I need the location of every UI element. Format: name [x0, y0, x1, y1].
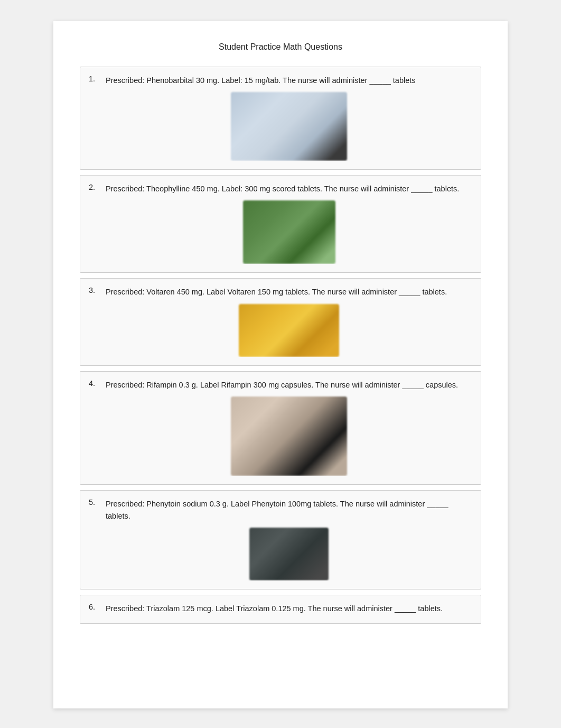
questions-container: 1.Prescribed: Phenobarbital 30 mg. Label…	[80, 67, 481, 624]
question-content-6: Prescribed: Triazolam 125 mcg. Label Tri…	[106, 603, 472, 615]
question-content-5: Prescribed: Phenytoin sodium 0.3 g. Labe…	[106, 498, 472, 580]
question-number-3: 3.	[89, 286, 100, 294]
question-text-1: Prescribed: Phenobarbital 30 mg. Label: …	[106, 75, 472, 87]
question-number-6: 6.	[89, 603, 100, 611]
question-number-1: 1.	[89, 75, 100, 83]
question-content-4: Prescribed: Rifampin 0.3 g. Label Rifamp…	[106, 379, 472, 476]
question-text-5: Prescribed: Phenytoin sodium 0.3 g. Labe…	[106, 498, 472, 522]
question-block-3: 3.Prescribed: Voltaren 450 mg. Label Vol…	[80, 278, 481, 365]
medication-image-4	[231, 397, 347, 476]
question-block-4: 4.Prescribed: Rifampin 0.3 g. Label Rifa…	[80, 371, 481, 485]
page-container: Student Practice Math Questions 1.Prescr…	[53, 21, 508, 708]
medication-image-1	[231, 92, 347, 161]
question-text-2: Prescribed: Theophylline 450 mg. Label: …	[106, 183, 472, 195]
question-text-4: Prescribed: Rifampin 0.3 g. Label Rifamp…	[106, 379, 472, 391]
question-block-6: 6.Prescribed: Triazolam 125 mcg. Label T…	[80, 595, 481, 624]
medication-image-5	[249, 528, 329, 580]
image-container-4	[106, 397, 472, 476]
question-text-6: Prescribed: Triazolam 125 mcg. Label Tri…	[106, 603, 472, 615]
question-number-5: 5.	[89, 498, 100, 506]
question-block-5: 5.Prescribed: Phenytoin sodium 0.3 g. La…	[80, 490, 481, 589]
question-content-2: Prescribed: Theophylline 450 mg. Label: …	[106, 183, 472, 264]
image-container-5	[106, 528, 472, 580]
image-container-3	[106, 304, 472, 357]
question-number-2: 2.	[89, 183, 100, 191]
medication-image-3	[239, 304, 339, 357]
medication-image-2	[243, 200, 335, 264]
page-title: Student Practice Math Questions	[80, 42, 481, 52]
question-number-4: 4.	[89, 379, 100, 388]
image-container-2	[106, 200, 472, 264]
image-container-1	[106, 92, 472, 161]
question-block-2: 2.Prescribed: Theophylline 450 mg. Label…	[80, 175, 481, 273]
question-content-3: Prescribed: Voltaren 450 mg. Label Volta…	[106, 286, 472, 356]
question-content-1: Prescribed: Phenobarbital 30 mg. Label: …	[106, 75, 472, 161]
question-block-1: 1.Prescribed: Phenobarbital 30 mg. Label…	[80, 67, 481, 170]
question-text-3: Prescribed: Voltaren 450 mg. Label Volta…	[106, 286, 472, 298]
